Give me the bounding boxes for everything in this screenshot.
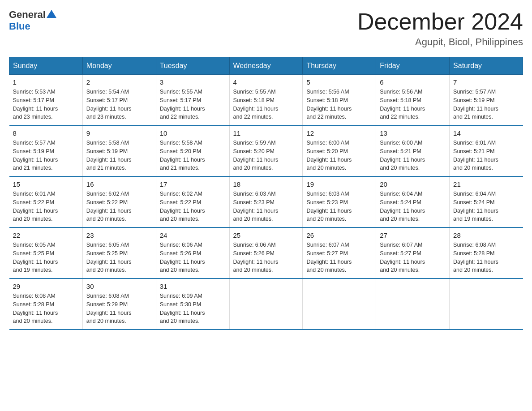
day-number: 18 [233, 180, 299, 188]
day-number: 13 [380, 129, 446, 137]
day-info: Sunrise: 5:57 AM Sunset: 5:19 PM Dayligh… [453, 88, 519, 121]
day-number: 2 [86, 78, 152, 86]
day-number: 3 [160, 78, 226, 86]
day-info: Sunrise: 6:08 AM Sunset: 5:29 PM Dayligh… [86, 292, 152, 325]
day-info: Sunrise: 6:01 AM Sunset: 5:22 PM Dayligh… [13, 190, 79, 223]
logo-blue-text: Blue [9, 21, 30, 32]
calendar-cell [376, 278, 450, 330]
calendar-cell: 8 Sunrise: 5:57 AM Sunset: 5:19 PM Dayli… [9, 125, 83, 176]
calendar-cell: 18 Sunrise: 6:03 AM Sunset: 5:23 PM Dayl… [229, 176, 303, 227]
day-number: 27 [380, 231, 446, 239]
calendar-cell [450, 278, 523, 330]
calendar-cell: 17 Sunrise: 6:02 AM Sunset: 5:22 PM Dayl… [156, 176, 229, 227]
day-number: 17 [160, 180, 226, 188]
day-number: 23 [86, 231, 152, 239]
calendar-week-row: 1 Sunrise: 5:53 AM Sunset: 5:17 PM Dayli… [9, 75, 523, 126]
calendar-title: December 2024 [357, 9, 523, 34]
calendar-week-row: 22 Sunrise: 6:05 AM Sunset: 5:25 PM Dayl… [9, 227, 523, 278]
calendar-week-row: 29 Sunrise: 6:08 AM Sunset: 5:28 PM Dayl… [9, 278, 523, 330]
day-number: 10 [160, 129, 226, 137]
calendar-cell: 19 Sunrise: 6:03 AM Sunset: 5:23 PM Dayl… [303, 176, 376, 227]
day-info: Sunrise: 6:07 AM Sunset: 5:27 PM Dayligh… [306, 241, 372, 274]
svg-marker-0 [47, 10, 56, 18]
calendar-cell: 13 Sunrise: 6:00 AM Sunset: 5:21 PM Dayl… [376, 125, 450, 176]
day-info: Sunrise: 5:58 AM Sunset: 5:19 PM Dayligh… [86, 139, 152, 172]
weekday-header-saturday: Saturday [450, 57, 523, 75]
calendar-cell: 12 Sunrise: 6:00 AM Sunset: 5:20 PM Dayl… [303, 125, 376, 176]
day-info: Sunrise: 6:02 AM Sunset: 5:22 PM Dayligh… [160, 190, 226, 223]
calendar-cell: 4 Sunrise: 5:55 AM Sunset: 5:18 PM Dayli… [229, 75, 303, 126]
weekday-header-thursday: Thursday [303, 57, 376, 75]
day-info: Sunrise: 6:08 AM Sunset: 5:28 PM Dayligh… [13, 292, 79, 325]
day-info: Sunrise: 6:08 AM Sunset: 5:28 PM Dayligh… [453, 241, 519, 274]
day-info: Sunrise: 5:56 AM Sunset: 5:18 PM Dayligh… [380, 88, 446, 121]
day-info: Sunrise: 6:03 AM Sunset: 5:23 PM Dayligh… [306, 190, 372, 223]
day-info: Sunrise: 5:57 AM Sunset: 5:19 PM Dayligh… [13, 139, 79, 172]
calendar-cell: 6 Sunrise: 5:56 AM Sunset: 5:18 PM Dayli… [376, 75, 450, 126]
day-info: Sunrise: 6:07 AM Sunset: 5:27 PM Dayligh… [380, 241, 446, 274]
weekday-header-sunday: Sunday [9, 57, 83, 75]
day-number: 1 [13, 78, 79, 86]
day-info: Sunrise: 6:00 AM Sunset: 5:20 PM Dayligh… [306, 139, 372, 172]
day-number: 15 [13, 180, 79, 188]
calendar-cell: 3 Sunrise: 5:55 AM Sunset: 5:17 PM Dayli… [156, 75, 229, 126]
day-info: Sunrise: 6:00 AM Sunset: 5:21 PM Dayligh… [380, 139, 446, 172]
day-info: Sunrise: 6:02 AM Sunset: 5:22 PM Dayligh… [86, 190, 152, 223]
calendar-cell: 16 Sunrise: 6:02 AM Sunset: 5:22 PM Dayl… [82, 176, 156, 227]
day-number: 24 [160, 231, 226, 239]
calendar-cell: 27 Sunrise: 6:07 AM Sunset: 5:27 PM Dayl… [376, 227, 450, 278]
calendar-cell: 20 Sunrise: 6:04 AM Sunset: 5:24 PM Dayl… [376, 176, 450, 227]
day-number: 5 [306, 78, 372, 86]
day-number: 29 [13, 283, 79, 290]
day-number: 19 [306, 180, 372, 188]
calendar-cell [303, 278, 376, 330]
day-info: Sunrise: 6:05 AM Sunset: 5:25 PM Dayligh… [13, 241, 79, 274]
day-info: Sunrise: 5:55 AM Sunset: 5:18 PM Dayligh… [233, 88, 299, 121]
calendar-cell: 23 Sunrise: 6:05 AM Sunset: 5:25 PM Dayl… [82, 227, 156, 278]
calendar-cell: 22 Sunrise: 6:05 AM Sunset: 5:25 PM Dayl… [9, 227, 83, 278]
day-number: 25 [233, 231, 299, 239]
logo: General Blue [9, 9, 56, 32]
day-number: 30 [86, 283, 152, 290]
logo-triangle-icon [47, 9, 56, 19]
weekday-header-friday: Friday [376, 57, 450, 75]
title-section: December 2024 Agupit, Bicol, Philippines [357, 9, 523, 48]
calendar-cell: 5 Sunrise: 5:56 AM Sunset: 5:18 PM Dayli… [303, 75, 376, 126]
calendar-cell: 15 Sunrise: 6:01 AM Sunset: 5:22 PM Dayl… [9, 176, 83, 227]
day-number: 16 [86, 180, 152, 188]
day-number: 21 [453, 180, 519, 188]
day-number: 7 [453, 78, 519, 86]
calendar-week-row: 15 Sunrise: 6:01 AM Sunset: 5:22 PM Dayl… [9, 176, 523, 227]
day-number: 9 [86, 129, 152, 137]
calendar-cell: 26 Sunrise: 6:07 AM Sunset: 5:27 PM Dayl… [303, 227, 376, 278]
calendar-week-row: 8 Sunrise: 5:57 AM Sunset: 5:19 PM Dayli… [9, 125, 523, 176]
day-info: Sunrise: 6:06 AM Sunset: 5:26 PM Dayligh… [233, 241, 299, 274]
day-number: 6 [380, 78, 446, 86]
day-number: 26 [306, 231, 372, 239]
weekday-header-wednesday: Wednesday [229, 57, 303, 75]
day-info: Sunrise: 6:09 AM Sunset: 5:30 PM Dayligh… [160, 292, 226, 325]
calendar-cell: 29 Sunrise: 6:08 AM Sunset: 5:28 PM Dayl… [9, 278, 83, 330]
logo-general-text: General [9, 9, 46, 21]
day-info: Sunrise: 5:59 AM Sunset: 5:20 PM Dayligh… [233, 139, 299, 172]
calendar-cell: 14 Sunrise: 6:01 AM Sunset: 5:21 PM Dayl… [450, 125, 523, 176]
calendar-cell: 30 Sunrise: 6:08 AM Sunset: 5:29 PM Dayl… [82, 278, 156, 330]
weekday-header-tuesday: Tuesday [156, 57, 229, 75]
calendar-subtitle: Agupit, Bicol, Philippines [357, 36, 523, 48]
calendar-cell: 9 Sunrise: 5:58 AM Sunset: 5:19 PM Dayli… [82, 125, 156, 176]
calendar-cell: 28 Sunrise: 6:08 AM Sunset: 5:28 PM Dayl… [450, 227, 523, 278]
day-info: Sunrise: 6:05 AM Sunset: 5:25 PM Dayligh… [86, 241, 152, 274]
calendar-cell: 11 Sunrise: 5:59 AM Sunset: 5:20 PM Dayl… [229, 125, 303, 176]
day-number: 20 [380, 180, 446, 188]
day-number: 14 [453, 129, 519, 137]
day-number: 4 [233, 78, 299, 86]
day-info: Sunrise: 5:56 AM Sunset: 5:18 PM Dayligh… [306, 88, 372, 121]
day-info: Sunrise: 5:55 AM Sunset: 5:17 PM Dayligh… [160, 88, 226, 121]
calendar-cell: 7 Sunrise: 5:57 AM Sunset: 5:19 PM Dayli… [450, 75, 523, 126]
day-info: Sunrise: 6:04 AM Sunset: 5:24 PM Dayligh… [453, 190, 519, 223]
calendar-cell: 2 Sunrise: 5:54 AM Sunset: 5:17 PM Dayli… [82, 75, 156, 126]
day-info: Sunrise: 6:04 AM Sunset: 5:24 PM Dayligh… [380, 190, 446, 223]
calendar-cell: 24 Sunrise: 6:06 AM Sunset: 5:26 PM Dayl… [156, 227, 229, 278]
day-info: Sunrise: 6:01 AM Sunset: 5:21 PM Dayligh… [453, 139, 519, 172]
weekday-header-row: SundayMondayTuesdayWednesdayThursdayFrid… [9, 57, 523, 75]
